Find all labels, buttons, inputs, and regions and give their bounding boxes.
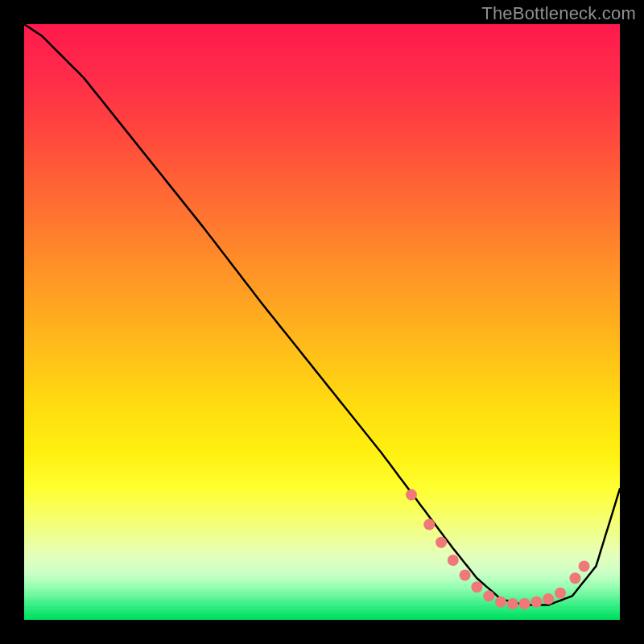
highlight-point	[507, 598, 518, 609]
highlight-point	[460, 570, 471, 581]
highlight-point	[406, 489, 417, 501]
watermark-text: TheBottleneck.com	[481, 3, 636, 24]
highlight-point	[579, 560, 590, 572]
highlight-point	[519, 598, 530, 609]
highlight-points	[406, 489, 590, 609]
highlight-point	[555, 588, 566, 599]
highlight-point	[570, 572, 581, 584]
highlight-point	[423, 519, 435, 530]
highlight-point	[436, 537, 447, 548]
plot-area	[24, 24, 620, 620]
bottleneck-curve	[24, 24, 620, 605]
highlight-point	[543, 593, 554, 605]
highlight-point	[495, 597, 506, 608]
highlight-point	[530, 597, 542, 608]
highlight-point	[448, 555, 459, 566]
chart-frame: TheBottleneck.com	[0, 0, 644, 644]
highlight-point	[471, 581, 482, 592]
curve-layer	[24, 24, 620, 620]
highlight-point	[483, 590, 494, 601]
